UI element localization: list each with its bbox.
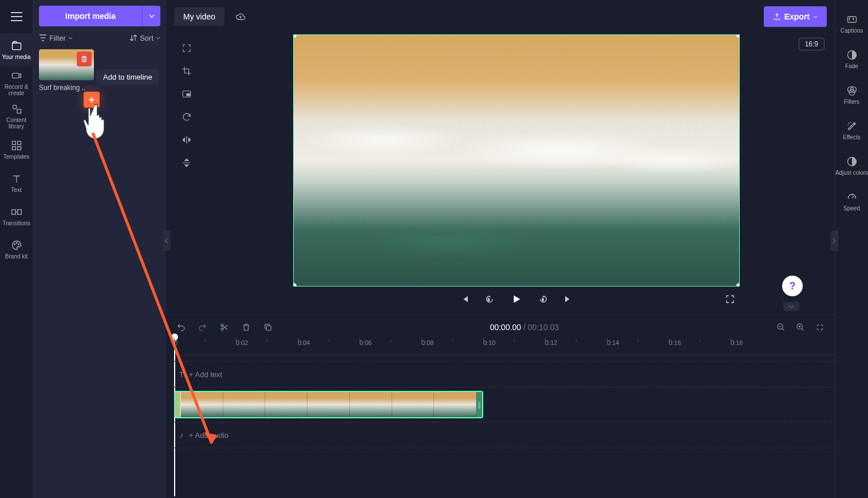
play-button[interactable] bbox=[507, 290, 526, 308]
sidebar-item-transitions[interactable]: Transitions bbox=[0, 199, 33, 233]
preview-video-frame[interactable] bbox=[293, 34, 740, 287]
right-rail-label: Fade bbox=[845, 63, 858, 69]
media-clip-thumbnail[interactable] bbox=[39, 49, 94, 80]
project-title-input[interactable]: My video bbox=[174, 7, 224, 26]
sidebar-item-content-library[interactable]: Content library bbox=[0, 100, 33, 133]
flip-horizontal-tool[interactable] bbox=[177, 131, 196, 149]
ruler-tick: 0:12 bbox=[545, 339, 557, 346]
zoom-out-button[interactable] bbox=[774, 320, 788, 334]
right-rail-label: Speed bbox=[843, 205, 860, 211]
ruler-tick: 0:14 bbox=[607, 339, 619, 346]
svg-rect-8 bbox=[11, 209, 15, 214]
preview-toolbar bbox=[175, 34, 198, 315]
svg-point-2 bbox=[13, 105, 17, 109]
video-clip[interactable]: ║ ║ bbox=[174, 391, 483, 418]
ruler-tick: 0:04 bbox=[298, 339, 310, 346]
right-rail-effects[interactable]: Effects bbox=[835, 112, 869, 148]
skip-start-button[interactable] bbox=[457, 292, 472, 307]
timeline-region: 00:00.00 / 00:10.03 00:020:040:060:080:1… bbox=[166, 315, 835, 498]
sidebar-label: Transitions bbox=[2, 220, 30, 226]
time-separator: / bbox=[521, 323, 528, 332]
audio-track-icon: ♪ bbox=[174, 431, 189, 440]
fit-tool[interactable] bbox=[177, 39, 196, 57]
zoom-in-button[interactable] bbox=[794, 320, 807, 334]
undo-button[interactable] bbox=[174, 320, 188, 334]
text-track-icon: T bbox=[174, 370, 189, 379]
ruler-tick: 0:10 bbox=[483, 339, 495, 346]
sidebar-item-brand-kit[interactable]: Brand kit bbox=[0, 233, 33, 266]
current-time: 00:00.00 bbox=[490, 323, 522, 332]
sidebar-label: Templates bbox=[3, 154, 30, 160]
help-button[interactable]: ? bbox=[782, 276, 803, 296]
plus-icon: + bbox=[84, 92, 100, 108]
svg-rect-6 bbox=[12, 146, 15, 150]
pip-tool[interactable] bbox=[177, 85, 196, 103]
redo-button[interactable] bbox=[196, 320, 210, 334]
svg-point-11 bbox=[16, 242, 17, 244]
right-rail-captions[interactable]: Captions bbox=[835, 6, 869, 41]
add-to-timeline-tooltip: Add to timeline bbox=[96, 69, 159, 85]
delete-button[interactable] bbox=[239, 320, 253, 334]
svg-rect-16 bbox=[187, 93, 190, 96]
add-audio-label: + Add audio bbox=[189, 431, 228, 440]
sidebar-item-templates[interactable]: Templates bbox=[0, 133, 33, 166]
right-rail-filters[interactable]: Filters bbox=[835, 77, 869, 112]
svg-point-12 bbox=[18, 244, 19, 245]
sidebar-item-your-media[interactable]: Your media bbox=[0, 33, 33, 66]
help-icon: ? bbox=[790, 280, 796, 292]
project-title: My video bbox=[177, 9, 221, 25]
rotate-tool[interactable] bbox=[177, 108, 196, 126]
resize-handle-tr[interactable] bbox=[736, 34, 740, 38]
sidebar-label: Brand kit bbox=[5, 253, 27, 260]
split-button[interactable] bbox=[218, 320, 231, 334]
cursor-hand-icon bbox=[79, 100, 119, 146]
hamburger-menu-button[interactable] bbox=[0, 0, 33, 33]
filter-button[interactable]: Filter bbox=[39, 34, 73, 42]
svg-rect-4 bbox=[12, 141, 15, 144]
sort-label: Sort bbox=[140, 34, 153, 42]
resize-handle-tl[interactable] bbox=[293, 34, 297, 38]
right-rail-speed[interactable]: Speed bbox=[835, 183, 869, 219]
delete-media-button[interactable] bbox=[77, 52, 92, 66]
svg-rect-3 bbox=[17, 109, 21, 113]
crop-tool[interactable] bbox=[177, 62, 196, 80]
filter-label: Filter bbox=[49, 34, 66, 42]
audio-track[interactable]: ♪ + Add audio bbox=[174, 422, 835, 448]
sidebar-label: Content library bbox=[0, 117, 33, 130]
right-rail-adjust-colors[interactable]: Adjust colors bbox=[835, 148, 869, 183]
sidebar-item-record-create[interactable]: Record & create bbox=[0, 66, 33, 100]
duplicate-button[interactable] bbox=[261, 320, 275, 334]
forward-button[interactable]: 5 bbox=[536, 292, 551, 307]
panel-expand-button[interactable] bbox=[783, 302, 799, 311]
svg-text:5: 5 bbox=[542, 298, 544, 301]
svg-rect-9 bbox=[17, 209, 21, 214]
video-track[interactable]: ║ ║ bbox=[174, 391, 835, 419]
right-rail-fade[interactable]: Fade bbox=[835, 41, 869, 77]
fullscreen-button[interactable] bbox=[723, 292, 737, 307]
flip-vertical-tool[interactable] bbox=[177, 154, 196, 172]
ruler-tick: 0:18 bbox=[731, 339, 743, 346]
sort-button[interactable]: Sort bbox=[129, 34, 160, 42]
export-label: Export bbox=[784, 12, 810, 21]
skip-end-button[interactable] bbox=[561, 292, 576, 307]
sidebar-item-text[interactable]: Text bbox=[0, 166, 33, 199]
clip-trim-left[interactable]: ║ bbox=[175, 392, 181, 417]
rewind-button[interactable]: 5 bbox=[482, 292, 497, 307]
zoom-fit-button[interactable] bbox=[813, 320, 827, 334]
svg-rect-1 bbox=[12, 73, 19, 78]
text-track[interactable]: T + Add text bbox=[174, 361, 835, 387]
cloud-sync-icon[interactable] bbox=[234, 10, 247, 23]
aspect-ratio-button[interactable]: 16:9 bbox=[799, 38, 824, 50]
import-media-dropdown[interactable] bbox=[142, 6, 160, 26]
playback-controls: 5 5 bbox=[293, 287, 740, 312]
clip-trim-right[interactable]: ║ bbox=[476, 392, 482, 417]
export-button[interactable]: Export bbox=[764, 6, 827, 27]
timeline-ruler[interactable]: 00:020:040:060:080:100:120:140:160:18 bbox=[174, 339, 835, 355]
collapse-right-panel-button[interactable] bbox=[830, 230, 838, 251]
svg-text:5: 5 bbox=[488, 298, 490, 301]
svg-rect-21 bbox=[266, 326, 271, 330]
import-media-button[interactable]: Import media bbox=[39, 6, 142, 26]
svg-point-10 bbox=[14, 244, 15, 245]
sidebar-label: Your media bbox=[2, 54, 30, 60]
ruler-tick: 0:08 bbox=[421, 339, 433, 346]
